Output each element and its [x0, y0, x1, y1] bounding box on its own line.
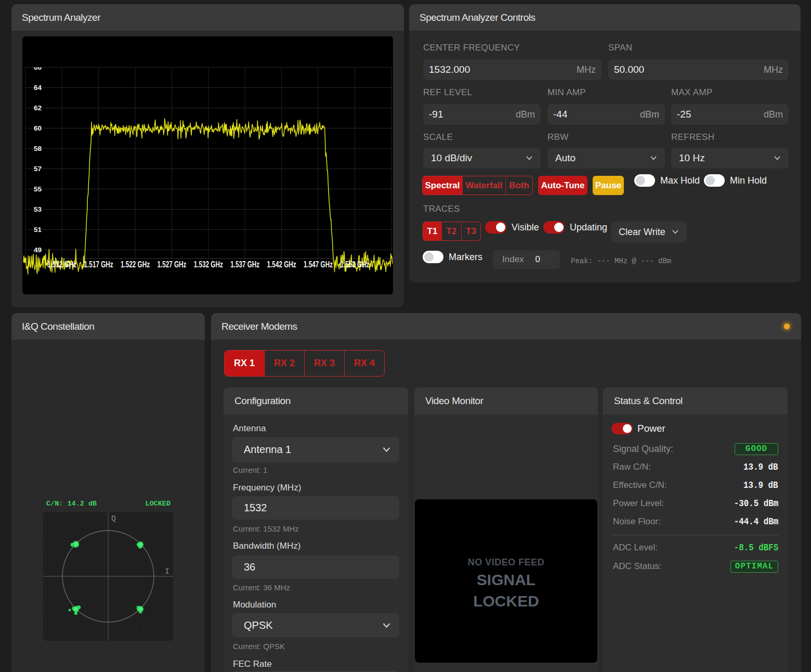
- svg-text:1.532 GHz: 1.532 GHz: [194, 260, 223, 269]
- svg-text:1.527 GHz: 1.527 GHz: [157, 260, 186, 269]
- svg-text:1.517 GHz: 1.517 GHz: [84, 260, 113, 269]
- svg-text:58: 58: [34, 145, 42, 152]
- svg-text:57: 57: [34, 165, 42, 173]
- svg-text:1.552 GHz: 1.552 GHz: [340, 260, 369, 269]
- svg-text:64: 64: [34, 84, 42, 92]
- svg-text:1.542 GHz: 1.542 GHz: [267, 260, 296, 269]
- svg-text:1.547 GHz: 1.547 GHz: [304, 260, 333, 269]
- svg-text:66: 66: [34, 63, 42, 71]
- svg-text:1.522 GHz: 1.522 GHz: [121, 260, 150, 269]
- svg-text:Q: Q: [111, 514, 116, 523]
- svg-text:53: 53: [34, 205, 42, 213]
- svg-text:51: 51: [34, 226, 42, 234]
- svg-text:1.512 GHz: 1.512 GHz: [47, 260, 76, 269]
- svg-text:1.537 GHz: 1.537 GHz: [230, 260, 259, 269]
- svg-text:49: 49: [34, 246, 42, 254]
- svg-text:55: 55: [34, 185, 42, 193]
- svg-text:I: I: [165, 567, 169, 576]
- svg-text:62: 62: [34, 104, 42, 112]
- svg-text:60: 60: [34, 124, 42, 132]
